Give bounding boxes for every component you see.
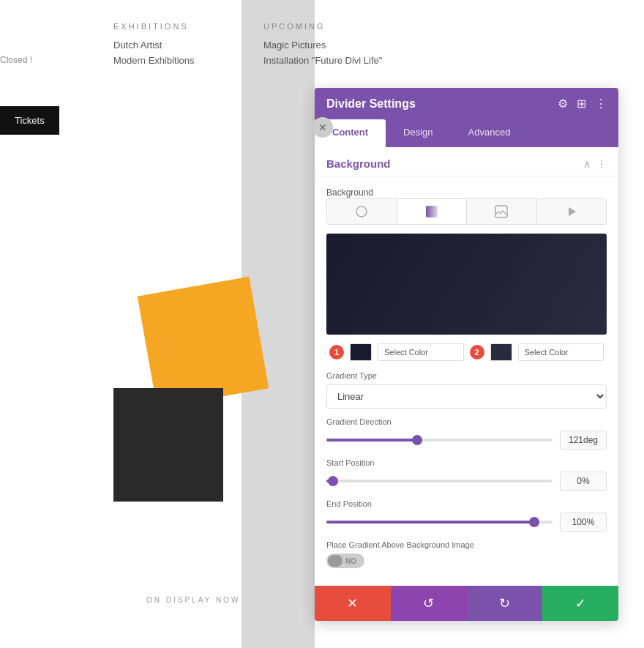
svg-marker-3 <box>569 207 576 216</box>
place-gradient-toggle-row: NO <box>326 554 607 568</box>
gradient-direction-track[interactable] <box>326 439 553 442</box>
start-position-control <box>326 472 607 491</box>
place-gradient-toggle[interactable]: NO <box>326 554 364 568</box>
gradient-direction-label: Gradient Direction <box>326 417 607 426</box>
upcoming-item-2: Installation "Future Divi Life" <box>263 55 382 66</box>
bg-label: Background <box>326 187 373 198</box>
svg-rect-2 <box>495 206 507 217</box>
color-swatch-2[interactable] <box>490 343 512 361</box>
panel-title: Divider Settings <box>326 97 416 111</box>
gradient-type-select[interactable]: Linear Radial <box>326 384 607 409</box>
save-button[interactable]: ✓ <box>542 586 618 621</box>
panel-tabs: Content Design Advanced <box>315 119 618 147</box>
modern-exhibitions-link[interactable]: Modern Exhibitions <box>113 55 195 66</box>
end-position-row: End Position <box>326 499 607 532</box>
end-position-control <box>326 513 607 532</box>
bg-section: Background 1 <box>315 176 618 586</box>
gradient-type-label: Gradient Type <box>326 371 607 380</box>
on-display-label: ON DISPLAY NOW <box>146 596 240 604</box>
refresh-button[interactable]: ↻ <box>467 586 543 621</box>
upcoming-item-1: Magic Pictures <box>263 40 382 51</box>
upcoming-title: UPCOMING <box>263 22 382 31</box>
tab-design[interactable]: Design <box>386 119 450 147</box>
cancel-button[interactable]: ✕ <box>315 586 391 621</box>
bg-type-tabs <box>326 198 607 225</box>
tickets-button[interactable]: Tickets <box>0 106 59 135</box>
start-position-label: Start Position <box>326 458 607 467</box>
place-gradient-row: Place Gradient Above Background Image NO <box>326 540 607 568</box>
reset-button[interactable]: ↺ <box>391 586 467 621</box>
end-position-label: End Position <box>326 499 607 508</box>
exhibitions-section: EXHIBITIONS Dutch Artist Modern Exhibiti… <box>113 22 195 70</box>
tab-advanced[interactable]: Advanced <box>451 119 528 147</box>
svg-point-0 <box>356 206 367 217</box>
panel-body: Background ∧ ⋮ Background <box>315 147 618 621</box>
panel-header: Divider Settings ⚙ ⊞ ⋮ <box>315 88 618 119</box>
gradient-type-field: Gradient Type Linear Radial <box>326 371 607 409</box>
bg-type-color[interactable] <box>327 199 397 224</box>
upcoming-section: UPCOMING Magic Pictures Installation "Fu… <box>263 22 382 70</box>
color-swatch-1[interactable] <box>350 343 372 361</box>
gradient-preview <box>326 234 607 335</box>
start-position-track[interactable] <box>326 480 553 483</box>
color-stop-number-1: 1 <box>329 345 344 360</box>
dark-shape <box>113 388 223 502</box>
end-position-track[interactable] <box>326 521 553 524</box>
settings-icon[interactable]: ⚙ <box>558 97 568 111</box>
color-stop-2: 2 Select Color <box>467 343 607 361</box>
expand-icon[interactable]: ⊞ <box>577 97 586 111</box>
panel-header-icons: ⚙ ⊞ ⋮ <box>558 97 607 111</box>
section-more-icon[interactable]: ⋮ <box>596 158 607 170</box>
collapse-icon[interactable]: ∧ <box>583 158 591 170</box>
select-color-btn-2[interactable]: Select Color <box>518 343 604 361</box>
toggle-knob <box>328 555 342 567</box>
bg-type-image[interactable] <box>467 199 537 224</box>
color-stops-row: 1 Select Color 2 Select Color <box>326 343 607 361</box>
start-position-value[interactable] <box>560 472 607 491</box>
dutch-artist-link[interactable]: Dutch Artist <box>113 40 195 51</box>
color-stop-number-2: 2 <box>470 345 484 360</box>
action-bar: ✕ ↺ ↻ ✓ <box>315 586 618 621</box>
gradient-direction-row: Gradient Direction <box>326 417 607 450</box>
section-header-icons: ∧ ⋮ <box>583 158 607 170</box>
more-icon[interactable]: ⋮ <box>595 97 607 111</box>
section-title: Background <box>326 157 391 170</box>
end-position-value[interactable] <box>560 513 607 532</box>
toggle-text: NO <box>345 557 356 565</box>
gradient-direction-control <box>326 431 607 450</box>
select-color-btn-1[interactable]: Select Color <box>378 343 464 361</box>
start-position-row: Start Position <box>326 458 607 491</box>
gradient-direction-value[interactable] <box>560 431 607 450</box>
closed-label: Closed ! <box>0 55 32 65</box>
section-header: Background ∧ ⋮ <box>315 147 618 176</box>
exhibitions-title: EXHIBITIONS <box>113 22 195 31</box>
panel-close-button[interactable]: ✕ <box>312 117 333 138</box>
color-stop-1: 1 Select Color <box>326 343 467 361</box>
bg-type-gradient[interactable] <box>397 199 468 224</box>
svg-rect-1 <box>426 206 438 217</box>
left-area: EXHIBITIONS Dutch Artist Modern Exhibiti… <box>0 0 242 648</box>
settings-panel: Divider Settings ⚙ ⊞ ⋮ Content Design Ad… <box>315 88 618 621</box>
bg-type-video[interactable] <box>537 199 607 224</box>
place-gradient-label: Place Gradient Above Background Image <box>326 540 607 549</box>
